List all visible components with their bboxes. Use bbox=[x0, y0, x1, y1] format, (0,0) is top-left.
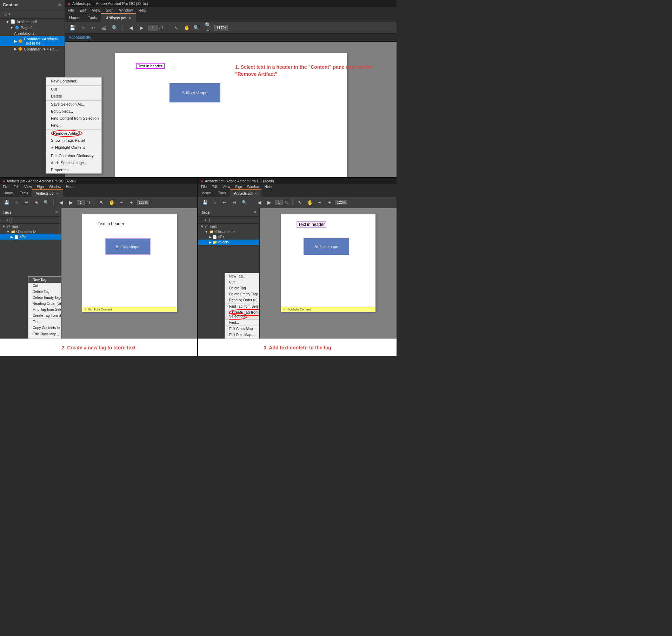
sub-prev-r[interactable]: ◀ bbox=[255, 199, 263, 206]
zoom-out[interactable]: 🔍- bbox=[193, 24, 201, 32]
tree-document-r[interactable]: ▼ 📁 <Document> bbox=[198, 229, 259, 234]
ctx-role-map-l[interactable]: Edit Role Map... bbox=[28, 337, 61, 339]
ctx-find-l[interactable]: Find... bbox=[28, 319, 61, 325]
sub-search-r[interactable]: 🔍 bbox=[240, 199, 248, 206]
sub-next-l[interactable]: ▶ bbox=[67, 199, 75, 206]
sub-cursor-l[interactable]: ↖ bbox=[98, 199, 106, 206]
page-number-input[interactable] bbox=[148, 25, 158, 31]
sub-prev-l[interactable]: ◀ bbox=[57, 199, 65, 206]
sub-menu-edit-r[interactable]: Edit bbox=[212, 185, 218, 189]
ctx-new-tag-r[interactable]: New Tag... bbox=[225, 273, 260, 279]
ctx-create-tag-l[interactable]: Create Tag from Selection bbox=[28, 313, 61, 319]
menu-save-selection[interactable]: Save Selection As... bbox=[46, 100, 101, 108]
toolbar-print[interactable]: 🖨 bbox=[100, 24, 108, 32]
ctx-class-map-r[interactable]: Edit Class Map... bbox=[225, 326, 260, 332]
tree-item-container-p[interactable]: ▶ 🔶 Container <P> Pa... bbox=[0, 46, 65, 52]
zoom-in[interactable]: 🔍+ bbox=[204, 24, 212, 32]
ctx-find-tag-r[interactable]: Find Tag from Selection bbox=[225, 303, 260, 309]
ctx-copy-l[interactable]: Copy Contents to Clipboard bbox=[28, 325, 61, 331]
tree-sect-r[interactable]: ▶ 📁 <Sect> bbox=[198, 240, 259, 245]
menu-sign[interactable]: Sign bbox=[106, 8, 113, 12]
tab-doc[interactable]: Artifacts.pdf ✕ bbox=[101, 13, 136, 22]
menu-cut[interactable]: Cut bbox=[46, 85, 101, 93]
sub-menu-view-r[interactable]: View bbox=[222, 185, 230, 189]
ctx-class-map-l[interactable]: Edit Class Map... bbox=[28, 331, 61, 337]
menu-find-content[interactable]: Find Content from Selection bbox=[46, 115, 101, 122]
sub-cursor-r[interactable]: ↖ bbox=[296, 199, 304, 206]
toolbar-search[interactable]: 🔍 bbox=[111, 24, 118, 32]
ctx-delete-empty-r[interactable]: Delete Empty Tags bbox=[225, 291, 260, 297]
sub-menu-file-l[interactable]: File bbox=[3, 185, 8, 189]
sub-tab-home-l[interactable]: Home bbox=[0, 190, 16, 196]
tree-item-doc[interactable]: ▼ 📄 Artifacts.pdf bbox=[0, 19, 65, 25]
menu-edit-dict[interactable]: Edit Container Dictionary... bbox=[46, 152, 101, 159]
ctx-delete-tag-r[interactable]: Delete Tag bbox=[225, 285, 260, 291]
sub-tab-tools-r[interactable]: Tools bbox=[215, 190, 230, 196]
tags-info-r[interactable]: i bbox=[208, 218, 211, 222]
menu-show-tags[interactable]: Show in Tags Panel bbox=[46, 137, 101, 144]
tree-tags-root-l[interactable]: ▼ 🏷 Tags bbox=[0, 224, 61, 229]
cursor-tool[interactable]: ↖ bbox=[172, 24, 180, 32]
toolbar-next[interactable]: ▶ bbox=[138, 24, 145, 32]
ctx-find-r[interactable]: Find... bbox=[225, 319, 260, 326]
sub-hand-r[interactable]: ✋ bbox=[306, 199, 314, 206]
tags-options-r[interactable]: ☰ ▾ bbox=[200, 218, 206, 222]
ctx-delete-empty-l[interactable]: Delete Empty Tags bbox=[28, 295, 61, 301]
tags-options-l[interactable]: ☰ ▾ bbox=[2, 218, 8, 222]
menu-edit-object[interactable]: Edit Object... bbox=[46, 108, 101, 115]
sub-star-r[interactable]: ☆ bbox=[211, 199, 219, 206]
panel-options-btn[interactable]: ☰ ▾ bbox=[3, 12, 12, 17]
toolbar-back[interactable]: ↩ bbox=[89, 24, 97, 32]
hand-tool[interactable]: ✋ bbox=[183, 24, 191, 32]
sub-page-input-l[interactable] bbox=[77, 200, 85, 205]
tree-p-l[interactable]: ▶ 📄 <P> bbox=[0, 234, 61, 240]
sub-menu-help-l[interactable]: Help bbox=[66, 185, 73, 189]
sub-back-l[interactable]: ↩ bbox=[22, 199, 30, 206]
sub-tab-tools-l[interactable]: Tools bbox=[16, 190, 32, 196]
sub-tab-doc-r[interactable]: Artifacts.pdf ✕ bbox=[230, 189, 261, 197]
sub-zoom-input-l[interactable] bbox=[137, 200, 149, 205]
tree-document-l[interactable]: ▼ 📁 <Document> bbox=[0, 229, 61, 234]
sub-menu-sign-l[interactable]: Sign bbox=[37, 185, 44, 189]
sub-search-l[interactable]: 🔍 bbox=[42, 199, 50, 206]
sub-zoomin-r[interactable]: + bbox=[326, 199, 333, 206]
menu-highlight[interactable]: ✓ Highlight Content bbox=[46, 144, 101, 151]
ctx-reading-l[interactable]: Reading Order (u) bbox=[28, 301, 61, 307]
ctx-cut-r[interactable]: Cut bbox=[225, 279, 260, 285]
sub-back-r[interactable]: ↩ bbox=[221, 199, 228, 206]
sub-tab-close-r[interactable]: ✕ bbox=[254, 192, 257, 195]
sub-menu-help-r[interactable]: Help bbox=[264, 185, 272, 189]
sub-print-r[interactable]: 🖨 bbox=[231, 199, 238, 206]
tab-close-btn[interactable]: ✕ bbox=[128, 16, 131, 20]
toolbar-prev[interactable]: ◀ bbox=[127, 24, 135, 32]
ctx-find-tag-l[interactable]: Find Tag from Selection bbox=[28, 307, 61, 313]
sub-zoomin-l[interactable]: + bbox=[127, 199, 135, 206]
tree-tags-root-r[interactable]: ▼ 🏷 Tags bbox=[198, 224, 259, 229]
toolbar-save[interactable]: 💾 bbox=[68, 24, 76, 32]
ctx-reading-r[interactable]: Reading Order (u) bbox=[225, 297, 260, 303]
ctx-tag-annot-r[interactable]: ✓ Tag Annotations bbox=[225, 338, 260, 339]
sub-tab-doc-l[interactable]: Artifacts.pdf ✕ bbox=[32, 189, 63, 197]
tab-home[interactable]: Home bbox=[65, 14, 84, 21]
sub-save-r[interactable]: 💾 bbox=[201, 199, 209, 206]
sub-tab-home-r[interactable]: Home bbox=[198, 190, 215, 196]
sub-page-input-r[interactable] bbox=[275, 200, 283, 205]
sub-hand-l[interactable]: ✋ bbox=[108, 199, 115, 206]
sub-next-r[interactable]: ▶ bbox=[265, 199, 273, 206]
ctx-role-map-r[interactable]: Edit Role Map... bbox=[225, 332, 260, 338]
tags-close-l[interactable]: ✕ bbox=[55, 210, 58, 215]
sub-zoom-input-r[interactable] bbox=[335, 200, 347, 205]
sub-menu-edit-l[interactable]: Edit bbox=[13, 185, 19, 189]
ctx-new-tag-l[interactable]: New Tag... bbox=[28, 277, 61, 283]
menu-file[interactable]: File bbox=[68, 8, 74, 12]
sub-menu-file-r[interactable]: File bbox=[201, 185, 207, 189]
tree-item-page1[interactable]: ▼ 🔷 Page 1 bbox=[0, 25, 65, 31]
toolbar-star[interactable]: ☆ bbox=[79, 24, 87, 32]
ctx-cut-l[interactable]: Cut bbox=[28, 283, 61, 289]
sub-tab-close-l[interactable]: ✕ bbox=[56, 192, 59, 195]
sub-menu-window-r[interactable]: Window bbox=[247, 185, 260, 189]
ctx-delete-tag-l[interactable]: Delete Tag bbox=[28, 289, 61, 295]
ctx-create-tag-r[interactable]: Create Tag from Selection bbox=[225, 309, 260, 319]
menu-view[interactable]: View bbox=[92, 8, 100, 12]
menu-remove-artifact[interactable]: Remove Artifact bbox=[46, 129, 101, 137]
